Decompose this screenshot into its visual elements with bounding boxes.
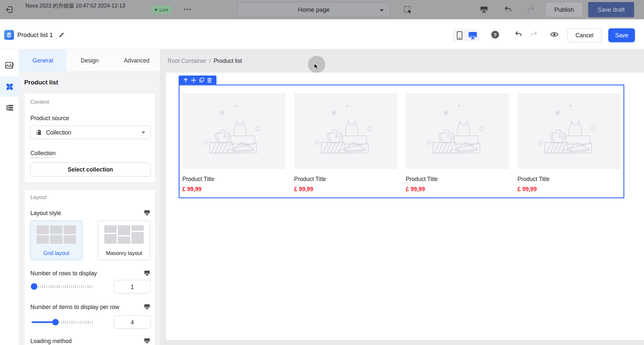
- help-icon[interactable]: ?: [491, 31, 499, 39]
- rows-slider-knob[interactable]: [31, 283, 37, 290]
- product-list-block[interactable]: Product Title £ 99,99 Product Title £ 99…: [179, 84, 624, 198]
- edit-title-icon[interactable]: [58, 32, 65, 38]
- desktop-only-icon: [144, 304, 150, 309]
- editor-redo-icon[interactable]: [530, 31, 538, 38]
- mouse-cursor-icon: [314, 63, 319, 70]
- layout-section-label: Layout: [30, 194, 47, 200]
- chevron-down-icon: [380, 9, 384, 12]
- desktop-preview-icon[interactable]: [480, 6, 488, 13]
- product-title: Product Title: [518, 176, 621, 182]
- product-card[interactable]: Product Title £ 99,99: [518, 93, 621, 192]
- marquee-select-icon[interactable]: [404, 6, 412, 14]
- rows-slider[interactable]: [30, 283, 93, 290]
- sections-list-icon[interactable]: [5, 103, 14, 112]
- breadcrumb-root[interactable]: Root Container: [168, 58, 206, 64]
- product-card[interactable]: Product Title £ 99,99: [406, 93, 509, 192]
- layout-option-masonry[interactable]: Masonry layout: [98, 220, 150, 260]
- product-price: £ 99,99: [182, 186, 286, 192]
- collection-tag-icon: [35, 129, 42, 136]
- live-dot-icon: [155, 9, 158, 11]
- layout-option-grid[interactable]: Grid layout: [30, 220, 83, 260]
- rows-to-display-label: Number of rows to display: [30, 270, 97, 277]
- items-slider-knob[interactable]: [52, 319, 59, 325]
- items-slider[interactable]: [30, 319, 93, 325]
- masonry-layout-thumbnail: [98, 225, 150, 244]
- preview-page: Product Title £ 99,99 Product Title £ 99…: [166, 73, 644, 340]
- save-draft-button[interactable]: Save draft: [588, 2, 634, 17]
- product-title: Product Title: [294, 176, 397, 182]
- undo-icon[interactable]: [504, 6, 512, 14]
- cancel-button[interactable]: Cancel: [567, 28, 602, 43]
- store-title: Nova 2023 的升级版 10:47:52 2024-12-13: [26, 2, 154, 9]
- product-card[interactable]: Product Title £ 99,99: [294, 93, 397, 192]
- select-collection-button[interactable]: Select collection: [30, 163, 151, 177]
- product-card[interactable]: Product Title £ 99,99: [182, 93, 286, 192]
- loading-method-label: Loading method: [30, 338, 72, 344]
- product-price: £ 99,99: [294, 186, 397, 192]
- blocks-apps-icon[interactable]: [5, 82, 14, 92]
- layout-style-label: Layout style: [30, 210, 61, 216]
- breadcrumb-current: Product list: [214, 58, 242, 64]
- content-section-label: Content: [30, 99, 49, 105]
- tab-design[interactable]: Design: [66, 49, 113, 71]
- publish-button[interactable]: Publish: [545, 2, 583, 17]
- editor-root: Nova 2023 的升级版 10:47:52 2024-12-13 Live …: [0, 0, 644, 345]
- top-bar: Nova 2023 的升级版 10:47:52 2024-12-13 Live …: [0, 0, 644, 19]
- rows-value-input[interactable]: [114, 280, 151, 293]
- product-title: Product Title: [406, 176, 509, 182]
- product-placeholder-image: [182, 93, 286, 169]
- items-value-input[interactable]: [114, 315, 151, 329]
- page-selector-dropdown[interactable]: Home page: [237, 2, 390, 17]
- product-price: £ 99,99: [406, 186, 509, 192]
- product-source-label: Product source: [30, 115, 69, 121]
- tab-general[interactable]: General: [19, 49, 66, 71]
- layout-section-card: Layout Layout style Grid layout Masonry …: [24, 190, 155, 345]
- settings-panel: General Design Advanced Product list Con…: [19, 49, 160, 345]
- mobile-view-toggle[interactable]: [453, 29, 466, 42]
- product-price: £ 99,99: [518, 186, 621, 192]
- media-library-icon[interactable]: [5, 62, 14, 70]
- product-placeholder-image: [406, 93, 509, 169]
- canvas-area: Root Container/Product list: [160, 49, 644, 345]
- panel-heading: Product list: [24, 79, 58, 86]
- exit-editor-icon[interactable]: [5, 5, 13, 14]
- desktop-only-icon: [144, 270, 150, 276]
- panel-tabs: General Design Advanced: [19, 49, 160, 72]
- desktop-view-toggle[interactable]: [466, 29, 479, 42]
- tab-advanced[interactable]: Advanced: [113, 49, 160, 71]
- product-list-block-icon: [4, 30, 14, 40]
- product-cards-row: Product Title £ 99,99 Product Title £ 99…: [180, 85, 623, 192]
- editor-undo-icon[interactable]: [515, 31, 522, 38]
- block-toolbar: [179, 76, 216, 85]
- items-per-row-label: Number of items to display per row: [30, 304, 119, 310]
- breadcrumb-separator: /: [209, 58, 211, 64]
- product-placeholder-image: [294, 93, 397, 169]
- duplicate-icon[interactable]: [199, 78, 204, 82]
- chevron-down-icon: [141, 131, 145, 134]
- editor-header: Product list 1 ?: [0, 19, 644, 49]
- breadcrumb: Root Container/Product list: [168, 58, 242, 64]
- preview-eye-icon[interactable]: [550, 31, 559, 38]
- grid-layout-thumbnail: [30, 225, 82, 244]
- block-title: Product list 1: [17, 31, 53, 38]
- product-source-select[interactable]: Collection: [30, 126, 151, 139]
- left-icon-rail: [0, 49, 19, 345]
- drag-move-icon[interactable]: [191, 77, 196, 82]
- live-status-badge: Live: [151, 5, 172, 14]
- product-title: Product Title: [182, 176, 286, 182]
- device-toggle-group: [453, 29, 479, 42]
- delete-icon[interactable]: [207, 77, 212, 82]
- content-section-card: Content Product source Collection Collec…: [24, 93, 155, 183]
- collection-label: Collection: [30, 150, 56, 158]
- product-placeholder-image: [518, 93, 621, 169]
- desktop-only-icon: [144, 210, 150, 215]
- desktop-only-icon: [144, 338, 150, 343]
- save-button[interactable]: Save: [608, 28, 635, 43]
- more-options-icon[interactable]: [183, 8, 191, 11]
- move-up-icon[interactable]: [183, 78, 188, 82]
- redo-icon[interactable]: [527, 6, 535, 14]
